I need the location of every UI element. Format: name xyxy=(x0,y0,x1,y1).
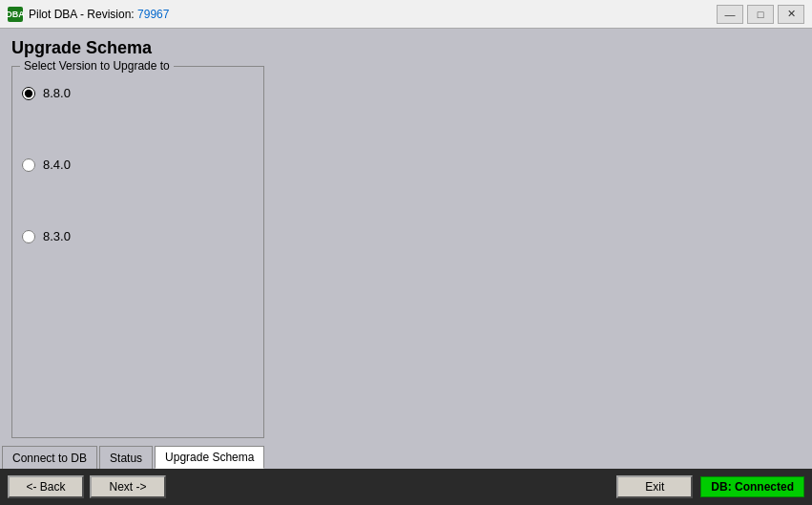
tabs-bar: Connect to DB Status Upgrade Schema xyxy=(0,442,812,469)
version-radio-880[interactable] xyxy=(22,87,35,100)
version-label-880: 8.8.0 xyxy=(43,86,71,100)
action-bar-left: <- Back Next -> xyxy=(8,475,166,498)
version-radio-840[interactable] xyxy=(22,158,35,172)
version-label-830: 8.3.0 xyxy=(43,229,71,243)
group-box-legend: Select Version to Upgrade to xyxy=(20,59,174,73)
action-bar: <- Back Next -> Exit DB: Connected xyxy=(0,469,812,505)
version-option-840[interactable]: 8.4.0 xyxy=(22,158,254,172)
tab-status[interactable]: Status xyxy=(99,446,153,469)
version-radio-830[interactable] xyxy=(22,230,35,243)
minimize-button[interactable]: — xyxy=(717,5,743,24)
exit-button[interactable]: Exit xyxy=(616,475,693,498)
version-option-880[interactable]: 8.8.0 xyxy=(22,86,254,100)
version-option-830[interactable]: 8.3.0 xyxy=(22,229,254,243)
next-button[interactable]: Next -> xyxy=(90,475,166,498)
app-title: Pilot DBA - Revision: 79967 xyxy=(29,8,169,21)
tab-upgrade-schema[interactable]: Upgrade Schema xyxy=(155,446,264,469)
titlebar-controls: — □ ✕ xyxy=(717,5,804,24)
close-button[interactable]: ✕ xyxy=(778,5,804,24)
page-title: Upgrade Schema xyxy=(11,38,801,58)
main-content: Upgrade Schema Select Version to Upgrade… xyxy=(0,29,812,442)
status-badge: DB: Connected xyxy=(700,476,804,497)
titlebar-left: DBA Pilot DBA - Revision: 79967 xyxy=(8,7,169,22)
version-label-840: 8.4.0 xyxy=(43,158,71,172)
version-group-box: Select Version to Upgrade to 8.8.0 8.4.0… xyxy=(11,66,264,438)
tab-connect-to-db[interactable]: Connect to DB xyxy=(2,446,97,469)
back-button[interactable]: <- Back xyxy=(8,475,84,498)
action-bar-right: Exit DB: Connected xyxy=(616,475,804,498)
version-list: 8.8.0 8.4.0 8.3.0 xyxy=(12,67,263,253)
titlebar: DBA Pilot DBA - Revision: 79967 — □ ✕ xyxy=(0,0,812,29)
maximize-button[interactable]: □ xyxy=(747,5,774,24)
app-icon: DBA xyxy=(8,7,23,22)
